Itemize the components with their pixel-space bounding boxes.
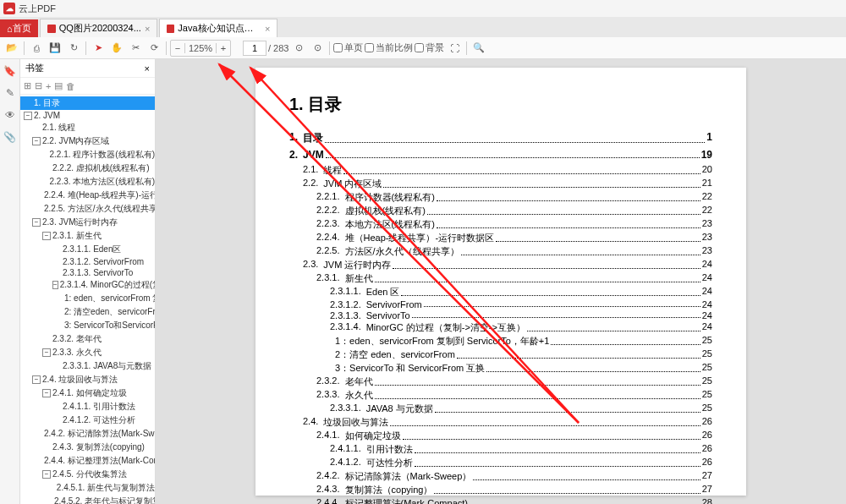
bookmark-rail-icon[interactable]: 🔖 bbox=[3, 64, 17, 78]
bookmark-item[interactable]: 2.3.3.1. JAVA8与元数据 bbox=[20, 359, 155, 373]
bookmark-tree[interactable]: 1. 目录−2. JVM2.1. 线程−2.2. JVM内存区域2.2.1. 程… bbox=[20, 95, 155, 504]
bookmark-item[interactable]: 2.4.5.1. 新生代与复制算法 bbox=[20, 481, 155, 495]
save-icon[interactable]: 💾 bbox=[47, 40, 63, 57]
toc-entry[interactable]: 2.3.1.新生代24 bbox=[289, 272, 712, 285]
bookmark-item[interactable]: −2.3. JVM运行时内存 bbox=[20, 216, 155, 229]
bookmark-item[interactable]: 2.4.2. 标记清除算法(Mark-Sweep) bbox=[20, 427, 155, 441]
toc-entry[interactable]: 1：eden、servicorFrom 复制到 ServicorTo，年龄+12… bbox=[289, 335, 712, 348]
fit-ratio-checkbox[interactable]: 当前比例 bbox=[365, 41, 413, 54]
collapse-all-icon[interactable]: ⊟ bbox=[35, 80, 42, 91]
view-rail-icon[interactable]: 👁 bbox=[3, 108, 17, 122]
toc-entry[interactable]: 2.4.3.复制算法（copying）27 bbox=[289, 484, 712, 496]
bookmark-item[interactable]: 2.2.5. 方法区/永久代(线程共享) bbox=[20, 202, 155, 216]
toc-entry[interactable]: 2.4.4.标记整理算法(Mark-Compact)28 bbox=[289, 497, 712, 504]
bookmark-item[interactable]: 2: 清空eden、servicorFrom bbox=[20, 305, 155, 319]
zoom-out-button[interactable]: − bbox=[171, 43, 184, 53]
tree-toggle-icon[interactable]: − bbox=[32, 218, 41, 227]
close-tab-icon[interactable]: × bbox=[145, 24, 150, 34]
close-tab-icon[interactable]: × bbox=[265, 24, 270, 34]
toc-entry[interactable]: 2.2.2.虚拟机栈(线程私有)22 bbox=[289, 205, 712, 217]
toc-entry[interactable]: 2.4.2.标记清除算法（Mark-Sweep）27 bbox=[289, 470, 712, 483]
bookmark-item[interactable]: 2.3.1.2. ServivorFrom bbox=[20, 256, 155, 267]
rotate-icon[interactable]: ↻ bbox=[65, 40, 82, 57]
page-down-icon[interactable]: ⊙ bbox=[309, 40, 326, 57]
document-viewer[interactable]: 1. 目录 1.目录12.JVM192.1.线程202.2.JVM 内存区域21… bbox=[156, 59, 846, 504]
bookmark-item[interactable]: −2.4.1. 如何确定垃圾 bbox=[20, 386, 155, 400]
bookmark-item[interactable]: 2.3.1.1. Eden区 bbox=[20, 243, 155, 256]
bookmark-item[interactable]: 2.1. 线程 bbox=[20, 121, 155, 134]
toc-entry[interactable]: 2.4.1.2.可达性分析26 bbox=[289, 457, 712, 469]
bookmark-item[interactable]: 2.4.5.2. 老年代与标记复制算法 bbox=[20, 495, 155, 504]
tree-toggle-icon[interactable]: − bbox=[52, 281, 58, 289]
toc-entry[interactable]: 2.3.1.1.Eden 区24 bbox=[289, 286, 712, 299]
single-page-checkbox[interactable]: 单页 bbox=[333, 41, 363, 54]
toc-entry[interactable]: 2.1.线程20 bbox=[289, 164, 712, 177]
tree-toggle-icon[interactable]: ▤ bbox=[54, 80, 63, 91]
search-icon[interactable]: 🔍 bbox=[470, 40, 487, 57]
print-icon[interactable]: ⎙ bbox=[28, 40, 45, 57]
toc-entry[interactable]: 2.4.1.1.引用计数法26 bbox=[289, 443, 712, 456]
delete-bookmark-icon[interactable]: 🗑 bbox=[66, 81, 75, 91]
home-tab[interactable]: ⌂ 首页 bbox=[0, 19, 38, 37]
tree-toggle-icon[interactable]: − bbox=[42, 232, 51, 240]
page-up-icon[interactable]: ⊙ bbox=[290, 40, 307, 57]
toc-entry[interactable]: 2.JVM19 bbox=[289, 149, 712, 161]
bookmark-item[interactable]: −2.3.1.4. MinorGC的过程(复制->清空->互换) bbox=[20, 278, 155, 292]
bookmark-item[interactable]: 2.4.4. 标记整理算法(Mark-Compact) bbox=[20, 454, 155, 468]
tree-toggle-icon[interactable]: − bbox=[32, 137, 41, 145]
toc-entry[interactable]: 2.2.JVM 内存区域21 bbox=[289, 178, 712, 190]
toc-entry[interactable]: 1.目录1 bbox=[289, 131, 712, 145]
zoom-in-button[interactable]: + bbox=[217, 43, 230, 53]
close-panel-icon[interactable]: × bbox=[145, 63, 150, 74]
bookmark-item[interactable]: 2.4.3. 复制算法(copying) bbox=[20, 441, 155, 454]
document-tab[interactable]: QQ图片20200324...× bbox=[40, 19, 158, 37]
toc-entry[interactable]: 2.3.1.3.ServivorTo24 bbox=[289, 310, 712, 320]
bookmark-item[interactable]: 2.2.4. 堆(Heap-线程共享)-运行时数据区 bbox=[20, 189, 155, 202]
toc-entry[interactable]: 2.3.JVM 运行时内存24 bbox=[289, 259, 712, 271]
tree-toggle-icon[interactable]: − bbox=[42, 470, 51, 479]
fullscreen-icon[interactable]: ⛶ bbox=[446, 40, 463, 57]
pointer-icon[interactable]: ➤ bbox=[90, 40, 107, 57]
tree-toggle-icon[interactable]: − bbox=[24, 112, 32, 120]
add-bookmark-icon[interactable]: + bbox=[46, 81, 51, 91]
open-icon[interactable]: 📂 bbox=[3, 40, 20, 57]
toc-entry[interactable]: 2：清空 eden、servicorFrom25 bbox=[289, 348, 712, 361]
tree-toggle-icon[interactable]: − bbox=[32, 375, 41, 384]
toc-entry[interactable]: 2.4.垃圾回收与算法26 bbox=[289, 416, 712, 429]
toc-entry[interactable]: 2.3.1.4.MinorGC 的过程（复制->清空->互换）24 bbox=[289, 321, 712, 334]
tree-toggle-icon[interactable]: − bbox=[42, 348, 51, 357]
edit-rail-icon[interactable]: ✎ bbox=[3, 86, 17, 100]
toc-entry[interactable]: 2.2.3.本地方法区(线程私有)23 bbox=[289, 218, 712, 231]
bookmark-item[interactable]: −2.2. JVM内存区域 bbox=[20, 134, 155, 148]
toc-entry[interactable]: 2.3.2.老年代25 bbox=[289, 375, 712, 388]
document-tab[interactable]: Java核心知识点整理...× bbox=[159, 19, 277, 37]
attach-rail-icon[interactable]: 📎 bbox=[3, 130, 17, 144]
bookmark-item[interactable]: −2. JVM bbox=[20, 110, 155, 121]
toc-entry[interactable]: 3：ServicorTo 和 ServicorFrom 互换25 bbox=[289, 362, 712, 375]
toc-entry[interactable]: 2.2.4.堆（Heap-线程共享）-运行时数据区23 bbox=[289, 232, 712, 244]
background-checkbox[interactable]: 背景 bbox=[415, 41, 444, 54]
bookmark-item[interactable]: −2.3.1. 新生代 bbox=[20, 229, 155, 243]
bookmark-item[interactable]: 2.2.2. 虚拟机栈(线程私有) bbox=[20, 162, 155, 175]
cut-icon[interactable]: ✂ bbox=[127, 40, 144, 57]
bookmark-item[interactable]: −2.4.5. 分代收集算法 bbox=[20, 468, 155, 481]
toc-entry[interactable]: 2.3.3.永久代25 bbox=[289, 389, 712, 402]
bookmark-item[interactable]: 2.2.1. 程序计数器(线程私有) bbox=[20, 148, 155, 162]
bookmark-item[interactable]: 2.4.1.2. 可达性分析 bbox=[20, 414, 155, 427]
bookmark-item[interactable]: 1. 目录 bbox=[20, 96, 155, 110]
refresh-icon[interactable]: ⟳ bbox=[146, 40, 162, 57]
toc-entry[interactable]: 2.4.1.如何确定垃圾26 bbox=[289, 430, 712, 442]
toc-entry[interactable]: 2.2.5.方法区/永久代（线程共享）23 bbox=[289, 245, 712, 258]
bookmark-item[interactable]: 3: ServicorTo和ServicorFrom互换 bbox=[20, 319, 155, 332]
toc-entry[interactable]: 2.3.1.2.ServivorFrom24 bbox=[289, 299, 712, 310]
bookmark-item[interactable]: −2.3.3. 永久代 bbox=[20, 346, 155, 359]
bookmark-item[interactable]: −2.4. 垃圾回收与算法 bbox=[20, 373, 155, 386]
bookmark-item[interactable]: 2.2.3. 本地方法区(线程私有) bbox=[20, 175, 155, 189]
tree-toggle-icon[interactable]: − bbox=[42, 389, 51, 397]
bookmark-item[interactable]: 2.3.1.3. ServivorTo bbox=[20, 267, 155, 278]
hand-icon[interactable]: ✋ bbox=[108, 40, 125, 57]
toc-entry[interactable]: 2.2.1.程序计数器(线程私有)22 bbox=[289, 191, 712, 204]
bookmark-item[interactable]: 2.3.2. 老年代 bbox=[20, 332, 155, 346]
expand-all-icon[interactable]: ⊞ bbox=[24, 80, 31, 91]
bookmark-item[interactable]: 1: eden、servicorFrom 复制到ServicorTo，年龄+1 bbox=[20, 292, 155, 305]
